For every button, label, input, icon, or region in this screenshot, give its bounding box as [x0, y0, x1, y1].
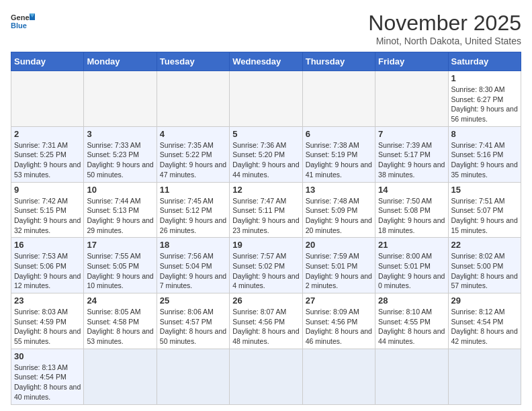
day-number: 19: [232, 240, 299, 250]
day-number: 23: [14, 295, 81, 306]
weekday-header-row: Sunday Monday Tuesday Wednesday Thursday…: [11, 52, 521, 71]
day-number: 6: [306, 129, 372, 139]
month-title: November 2025: [368, 11, 521, 36]
calendar-week-row: 16Sunrise: 7:53 AM Sunset: 5:06 PM Dayli…: [11, 238, 521, 293]
day-info: Sunrise: 8:30 AM Sunset: 6:27 PM Dayligh…: [451, 85, 518, 124]
day-info: Sunrise: 8:02 AM Sunset: 5:00 PM Dayligh…: [451, 251, 518, 291]
title-block: November 2025 Minot, North Dakota, Unite…: [368, 11, 521, 46]
calendar-day-cell: 1Sunrise: 8:30 AM Sunset: 6:27 PM Daylig…: [448, 71, 521, 127]
day-info: Sunrise: 7:47 AM Sunset: 5:11 PM Dayligh…: [232, 196, 299, 236]
day-number: 1: [451, 73, 518, 83]
calendar-day-cell: [375, 349, 448, 404]
day-info: Sunrise: 8:03 AM Sunset: 4:59 PM Dayligh…: [14, 307, 81, 347]
day-number: 7: [378, 129, 445, 139]
calendar-day-cell: 28Sunrise: 8:10 AM Sunset: 4:55 PM Dayli…: [375, 293, 448, 349]
day-info: Sunrise: 8:05 AM Sunset: 4:58 PM Dayligh…: [87, 307, 153, 347]
day-number: 2: [14, 129, 81, 139]
day-number: 30: [14, 351, 81, 361]
day-number: 11: [160, 185, 226, 195]
day-info: Sunrise: 8:00 AM Sunset: 5:01 PM Dayligh…: [378, 251, 445, 291]
calendar-table: Sunday Monday Tuesday Wednesday Thursday…: [11, 52, 521, 405]
header-friday: Friday: [375, 52, 448, 71]
calendar-week-row: 23Sunrise: 8:03 AM Sunset: 4:59 PM Dayli…: [11, 293, 521, 349]
calendar-day-cell: [157, 71, 229, 127]
day-info: Sunrise: 8:07 AM Sunset: 4:56 PM Dayligh…: [232, 307, 299, 347]
calendar-day-cell: 23Sunrise: 8:03 AM Sunset: 4:59 PM Dayli…: [11, 293, 84, 349]
day-info: Sunrise: 7:55 AM Sunset: 5:05 PM Dayligh…: [87, 251, 153, 291]
day-info: Sunrise: 7:33 AM Sunset: 5:23 PM Dayligh…: [87, 140, 153, 180]
header-sunday: Sunday: [11, 52, 84, 71]
day-info: Sunrise: 7:44 AM Sunset: 5:13 PM Dayligh…: [87, 196, 153, 236]
calendar-day-cell: 19Sunrise: 7:57 AM Sunset: 5:02 PM Dayli…: [230, 238, 302, 293]
day-number: 21: [378, 240, 445, 250]
day-number: 5: [232, 129, 299, 139]
day-info: Sunrise: 7:35 AM Sunset: 5:22 PM Dayligh…: [160, 140, 226, 180]
calendar-day-cell: [84, 71, 157, 127]
day-info: Sunrise: 8:13 AM Sunset: 4:54 PM Dayligh…: [14, 363, 81, 402]
calendar-day-cell: 27Sunrise: 8:09 AM Sunset: 4:56 PM Dayli…: [302, 293, 375, 349]
day-number: 24: [87, 295, 153, 306]
calendar-day-cell: 14Sunrise: 7:50 AM Sunset: 5:08 PM Dayli…: [375, 182, 448, 238]
day-number: 16: [14, 240, 81, 250]
calendar-day-cell: [302, 71, 375, 127]
calendar-day-cell: 6Sunrise: 7:38 AM Sunset: 5:19 PM Daylig…: [302, 126, 375, 182]
header-tuesday: Tuesday: [157, 52, 229, 71]
day-info: Sunrise: 7:39 AM Sunset: 5:17 PM Dayligh…: [378, 140, 445, 180]
day-info: Sunrise: 7:59 AM Sunset: 5:01 PM Dayligh…: [306, 251, 372, 291]
calendar-day-cell: 5Sunrise: 7:36 AM Sunset: 5:20 PM Daylig…: [230, 126, 302, 182]
day-info: Sunrise: 7:57 AM Sunset: 5:02 PM Dayligh…: [232, 251, 299, 291]
calendar-day-cell: 18Sunrise: 7:56 AM Sunset: 5:04 PM Dayli…: [157, 238, 229, 293]
calendar-week-row: 2Sunrise: 7:31 AM Sunset: 5:25 PM Daylig…: [11, 126, 521, 182]
day-number: 4: [160, 129, 226, 139]
day-info: Sunrise: 7:38 AM Sunset: 5:19 PM Dayligh…: [306, 140, 372, 180]
day-number: 28: [378, 295, 445, 306]
day-info: Sunrise: 7:45 AM Sunset: 5:12 PM Dayligh…: [160, 196, 226, 236]
calendar-day-cell: 17Sunrise: 7:55 AM Sunset: 5:05 PM Dayli…: [84, 238, 157, 293]
day-number: 27: [306, 295, 372, 306]
calendar-day-cell: 13Sunrise: 7:48 AM Sunset: 5:09 PM Dayli…: [302, 182, 375, 238]
calendar-day-cell: [375, 71, 448, 127]
day-number: 25: [160, 295, 226, 306]
calendar-week-row: 9Sunrise: 7:42 AM Sunset: 5:15 PM Daylig…: [11, 182, 521, 238]
location-title: Minot, North Dakota, United States: [368, 36, 521, 46]
calendar-day-cell: [11, 71, 84, 127]
calendar-day-cell: 11Sunrise: 7:45 AM Sunset: 5:12 PM Dayli…: [157, 182, 229, 238]
calendar-week-row: 1Sunrise: 8:30 AM Sunset: 6:27 PM Daylig…: [11, 71, 521, 127]
calendar-day-cell: 7Sunrise: 7:39 AM Sunset: 5:17 PM Daylig…: [375, 126, 448, 182]
calendar-day-cell: 26Sunrise: 8:07 AM Sunset: 4:56 PM Dayli…: [230, 293, 302, 349]
calendar-day-cell: 10Sunrise: 7:44 AM Sunset: 5:13 PM Dayli…: [84, 182, 157, 238]
calendar-day-cell: 3Sunrise: 7:33 AM Sunset: 5:23 PM Daylig…: [84, 126, 157, 182]
day-number: 13: [306, 185, 372, 195]
generalblue-logo-icon: General Blue: [11, 11, 35, 30]
header-wednesday: Wednesday: [230, 52, 302, 71]
calendar-day-cell: [302, 349, 375, 404]
day-info: Sunrise: 7:53 AM Sunset: 5:06 PM Dayligh…: [14, 251, 81, 291]
day-info: Sunrise: 8:06 AM Sunset: 4:57 PM Dayligh…: [160, 307, 226, 347]
calendar-day-cell: 8Sunrise: 7:41 AM Sunset: 5:16 PM Daylig…: [448, 126, 521, 182]
day-number: 29: [451, 295, 518, 306]
calendar-week-row: 30Sunrise: 8:13 AM Sunset: 4:54 PM Dayli…: [11, 349, 521, 404]
calendar-day-cell: [230, 71, 302, 127]
day-number: 18: [160, 240, 226, 250]
calendar-day-cell: [448, 349, 521, 404]
calendar-day-cell: 24Sunrise: 8:05 AM Sunset: 4:58 PM Dayli…: [84, 293, 157, 349]
day-info: Sunrise: 7:51 AM Sunset: 5:07 PM Dayligh…: [451, 196, 518, 236]
day-number: 3: [87, 129, 153, 139]
svg-text:Blue: Blue: [11, 21, 27, 30]
calendar-day-cell: 9Sunrise: 7:42 AM Sunset: 5:15 PM Daylig…: [11, 182, 84, 238]
day-number: 26: [232, 295, 299, 306]
day-info: Sunrise: 8:09 AM Sunset: 4:56 PM Dayligh…: [306, 307, 372, 347]
day-number: 10: [87, 185, 153, 195]
calendar-day-cell: [230, 349, 302, 404]
calendar-day-cell: 16Sunrise: 7:53 AM Sunset: 5:06 PM Dayli…: [11, 238, 84, 293]
calendar-day-cell: 15Sunrise: 7:51 AM Sunset: 5:07 PM Dayli…: [448, 182, 521, 238]
day-info: Sunrise: 7:50 AM Sunset: 5:08 PM Dayligh…: [378, 196, 445, 236]
day-number: 9: [14, 185, 81, 195]
calendar-day-cell: 30Sunrise: 8:13 AM Sunset: 4:54 PM Dayli…: [11, 349, 84, 404]
day-info: Sunrise: 7:31 AM Sunset: 5:25 PM Dayligh…: [14, 140, 81, 180]
day-info: Sunrise: 8:12 AM Sunset: 4:54 PM Dayligh…: [451, 307, 518, 347]
day-number: 17: [87, 240, 153, 250]
day-info: Sunrise: 7:56 AM Sunset: 5:04 PM Dayligh…: [160, 251, 226, 291]
day-info: Sunrise: 7:36 AM Sunset: 5:20 PM Dayligh…: [232, 140, 299, 180]
page-header: General Blue November 2025 Minot, North …: [11, 11, 521, 46]
